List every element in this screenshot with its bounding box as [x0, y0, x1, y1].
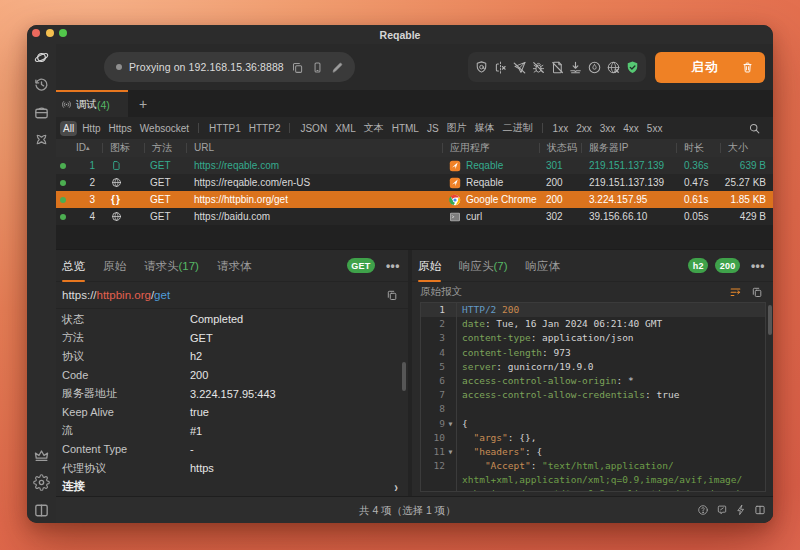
column-header-5[interactable]: 应用程序	[442, 139, 539, 157]
history-icon[interactable]	[33, 76, 51, 94]
throttle-icon[interactable]	[587, 60, 602, 75]
response-raw-view[interactable]: 1HTTP/2 2002date: Tue, 16 Jan 2024 06:21…	[420, 302, 766, 492]
script-off-icon[interactable]	[550, 60, 565, 75]
feedback-icon[interactable]	[716, 504, 728, 516]
cell-duration: 0.47s	[676, 177, 720, 188]
chevron-right-icon[interactable]: ›	[394, 479, 398, 495]
add-tab-button[interactable]: +	[128, 90, 158, 117]
code-line: 10 "args": {},	[421, 431, 765, 445]
filter-chip-二进制[interactable]: 二进制	[500, 119, 536, 137]
field-key: Content Type	[62, 443, 190, 455]
column-header-1[interactable]: ID▴	[74, 139, 102, 157]
phone-icon[interactable]	[311, 61, 324, 74]
filter-chip-https[interactable]: Https	[105, 121, 134, 136]
request-panel-tabs: 总览原始请求头(17)请求体GET•••	[56, 250, 408, 282]
filter-chip-媒体[interactable]: 媒体	[472, 119, 498, 137]
fold-icon[interactable]: ▼	[445, 445, 456, 459]
traffic-icon[interactable]	[33, 48, 51, 66]
proxy-status-pill[interactable]: Proxying on 192.168.15.36:8888	[104, 52, 355, 82]
response-badge: h2	[688, 258, 708, 273]
fold-icon[interactable]: ▼	[445, 417, 456, 431]
field-value: https	[190, 462, 214, 474]
field-key: 代理协议	[62, 461, 190, 476]
filter-chip-4xx[interactable]: 4xx	[620, 121, 642, 136]
bug-off-icon[interactable]	[531, 60, 546, 75]
response-panel-tabs: 原始响应头(7)响应体h2200•••	[412, 250, 773, 282]
column-header-3[interactable]: 方法	[144, 139, 186, 157]
settings-icon[interactable]	[33, 474, 51, 492]
column-header-8[interactable]: 时长	[676, 139, 720, 157]
filter-chip-all[interactable]: All	[60, 121, 77, 136]
response-scrollbar[interactable]	[768, 305, 772, 335]
tab-debug-session[interactable]: 调试 (4)	[56, 90, 128, 117]
filter-chip-xml[interactable]: XML	[332, 121, 359, 136]
crown-icon[interactable]	[33, 446, 51, 464]
column-header-6[interactable]: 状态码	[539, 139, 581, 157]
start-button[interactable]: 启动	[655, 52, 765, 83]
tab-请求头[interactable]: 请求头(17)	[144, 250, 199, 282]
copy-response-icon[interactable]	[751, 286, 763, 298]
filter-chip-2xx[interactable]: 2xx	[573, 121, 595, 136]
table-row[interactable]: 4GEThttps://baidu.comcurl30239.156.66.10…	[56, 208, 773, 225]
field-value: -	[190, 443, 194, 455]
word-wrap-icon[interactable]	[729, 286, 742, 299]
copy-url-icon[interactable]	[386, 289, 398, 301]
help-icon[interactable]	[697, 504, 709, 516]
search-icon[interactable]	[748, 122, 761, 135]
ssl-shield-icon[interactable]	[625, 60, 640, 75]
filter-chip-http[interactable]: Http	[79, 121, 103, 136]
collection-icon[interactable]	[33, 103, 51, 121]
filter-chip-图片[interactable]: 图片	[444, 119, 470, 137]
app-window: Reqable Proxying on 192.168.15.36:8888 启…	[27, 25, 773, 523]
column-header-2[interactable]: 图标	[102, 139, 144, 157]
toolbox-icon[interactable]	[33, 131, 51, 149]
bolt-icon[interactable]	[735, 504, 747, 516]
trash-icon[interactable]	[741, 61, 754, 74]
tab-原始[interactable]: 原始	[103, 250, 126, 282]
overview-row: 状态Completed	[56, 310, 408, 329]
proxy-globe-icon[interactable]	[606, 60, 621, 75]
more-menu-icon[interactable]: •••	[386, 259, 400, 273]
field-key: Code	[62, 369, 190, 381]
line-number: 6	[421, 374, 445, 388]
tab-请求体[interactable]: 请求体	[217, 250, 252, 282]
tab-响应体[interactable]: 响应体	[526, 250, 561, 282]
request-panel-scrollbar[interactable]	[402, 362, 406, 391]
cell-status-code: 301	[539, 160, 581, 171]
more-menu-icon[interactable]: •••	[751, 259, 765, 273]
filter-chip-html[interactable]: HTML	[389, 121, 422, 136]
filter-chip-1xx[interactable]: 1xx	[550, 121, 572, 136]
filter-chip-3xx[interactable]: 3xx	[597, 121, 619, 136]
filter-chip-5xx[interactable]: 5xx	[644, 121, 666, 136]
filter-separator	[198, 123, 199, 133]
filter-chip-文本[interactable]: 文本	[361, 119, 387, 137]
breakpoint-icon[interactable]	[493, 60, 508, 75]
filter-chip-websocket[interactable]: Websocket	[137, 121, 192, 136]
line-number: 5	[421, 360, 445, 374]
table-row[interactable]: 2GEThttps://reqable.com/en-USReqable2002…	[56, 174, 773, 191]
column-header-7[interactable]: 服务器IP	[581, 139, 676, 157]
cell-method: GET	[144, 177, 186, 188]
tab-总览[interactable]: 总览	[62, 250, 85, 282]
reqable-app-icon	[449, 160, 461, 172]
filter-chip-js[interactable]: JS	[424, 121, 442, 136]
filter-chip-http1[interactable]: HTTP1	[206, 121, 244, 136]
filter-chip-json[interactable]: JSON	[297, 121, 330, 136]
plane-off-icon[interactable]	[512, 60, 527, 75]
sort-asc-icon: ▴	[86, 144, 90, 151]
table-row[interactable]: 3{}GEThttps://httpbin.org/getGoogle Chro…	[56, 191, 773, 208]
columns-icon[interactable]	[754, 504, 766, 516]
column-header-4[interactable]: URL	[186, 139, 442, 157]
edit-icon[interactable]	[331, 61, 344, 74]
tab-原始[interactable]: 原始	[418, 250, 441, 282]
copy-icon[interactable]	[291, 61, 304, 74]
import-icon[interactable]	[568, 60, 583, 75]
user-shield-icon[interactable]	[474, 60, 489, 75]
line-number: 9	[421, 417, 445, 431]
table-row[interactable]: 1GEThttps://reqable.comReqable301219.151…	[56, 157, 773, 174]
column-header-9[interactable]: 大小	[720, 139, 773, 157]
code-line: 5server: gunicorn/19.9.0	[421, 360, 765, 374]
filter-chip-http2[interactable]: HTTP2	[246, 121, 284, 136]
panel-layout-icon[interactable]	[33, 501, 51, 519]
tab-响应头[interactable]: 响应头(7)	[459, 250, 508, 282]
